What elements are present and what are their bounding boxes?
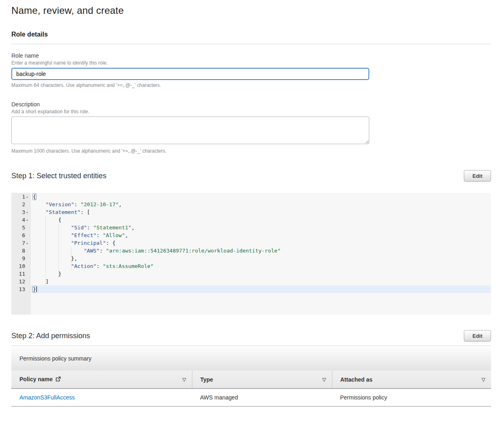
role-name-help: Enter a meaningful name to identify this…	[11, 60, 491, 66]
line-number: 2	[11, 201, 31, 208]
line-number: 4▾	[11, 216, 31, 224]
permissions-panel: Permissions policy summary Policy name ▽	[11, 345, 491, 407]
code-fold-icon[interactable]: ▾	[25, 240, 29, 247]
section-divider	[11, 44, 491, 44]
step2-heading: Step 2: Add permissions	[11, 330, 90, 340]
code-fold-icon[interactable]: ▾	[25, 209, 29, 216]
step1-edit-button[interactable]: Edit	[464, 170, 491, 181]
code-fold-icon[interactable]: ▾	[25, 216, 29, 224]
code-fold-icon[interactable]: ▾	[25, 193, 29, 201]
line-number: 13	[11, 285, 31, 293]
code-line: "Sid": "Statement1",	[31, 224, 491, 231]
column-header-policy-name: Policy name ▽	[11, 371, 192, 389]
step2-edit-button[interactable]: Edit	[464, 330, 491, 341]
step2-header: Step 2: Add permissions Edit	[11, 330, 491, 341]
code-line: },	[31, 255, 491, 262]
line-number: 11	[11, 270, 31, 278]
editor-code-pane: { "Version": "2012-10-17", "Statement": …	[31, 193, 491, 315]
page: Name, review, and create Role details Ro…	[0, 0, 504, 407]
code-line: {	[31, 193, 491, 201]
code-line: "Principal": {	[31, 239, 491, 247]
page-title: Name, review, and create	[11, 0, 491, 16]
policy-type-cell: AWS managed	[192, 389, 332, 406]
table-header-row: Policy name ▽ Type ▽ Attached as	[11, 371, 491, 389]
filter-icon[interactable]: ▽	[182, 377, 186, 382]
line-number: 9	[11, 255, 31, 262]
text-caret	[37, 286, 37, 292]
role-name-label: Role name	[11, 52, 491, 59]
attached-as-cell: Permissions policy	[332, 389, 491, 406]
role-details-heading: Role details	[11, 31, 491, 38]
role-name-constraint: Maximum 64 characters. Use alphanumeric …	[11, 82, 491, 88]
filter-icon[interactable]: ▽	[482, 377, 485, 382]
column-header-type: Type ▽	[192, 371, 332, 389]
column-header-attached-as: Attached as ▽	[332, 371, 491, 389]
editor-gutter: 1▾23▾4▾567▾8910111213	[11, 193, 31, 315]
filter-icon[interactable]: ▽	[322, 377, 326, 382]
table-row: AmazonS3FullAccess AWS managed Permissio…	[11, 389, 491, 406]
role-name-field: Role name Enter a meaningful name to ide…	[11, 52, 491, 88]
code-line: }	[31, 285, 491, 293]
code-line: {	[31, 216, 491, 224]
role-name-input[interactable]	[11, 68, 369, 80]
description-constraint: Maximum 1000 characters. Use alphanumeri…	[11, 148, 491, 154]
step1-heading: Step 1: Select trusted entities	[11, 170, 106, 180]
line-number: 12	[11, 278, 31, 285]
description-field: Description Add a short explanation for …	[11, 101, 491, 154]
line-number: 6	[11, 231, 31, 239]
code-line: }	[31, 270, 491, 278]
step1-header: Step 1: Select trusted entities Edit	[11, 170, 491, 181]
code-line: "Statement": [	[31, 208, 491, 216]
policy-name-link[interactable]: AmazonS3FullAccess	[19, 394, 75, 401]
line-number: 8	[11, 247, 31, 255]
code-line: "Effect": "Allow",	[31, 231, 491, 239]
code-line: "AWS": "arn:aws:iam::541263489771:role/w…	[31, 247, 491, 255]
line-number: 1▾	[11, 193, 31, 201]
permissions-panel-title: Permissions policy summary	[11, 345, 491, 371]
code-line: "Version": "2012-10-17",	[31, 201, 491, 208]
line-number: 3▾	[11, 208, 31, 216]
line-number: 5	[11, 224, 31, 231]
permissions-table: Policy name ▽ Type ▽ Attached as	[11, 371, 491, 407]
trust-policy-editor[interactable]: 1▾23▾4▾567▾8910111213 { "Version": "2012…	[11, 193, 491, 315]
code-line: ]	[31, 278, 491, 285]
line-number: 10	[11, 262, 31, 270]
description-label: Description	[11, 101, 491, 108]
line-number: 7▾	[11, 239, 31, 247]
description-help: Add a short explanation for this role.	[11, 109, 491, 114]
code-line: "Action": "sts:AssumeRole"	[31, 262, 491, 270]
description-textarea[interactable]	[11, 117, 369, 144]
external-link-icon	[56, 376, 61, 383]
